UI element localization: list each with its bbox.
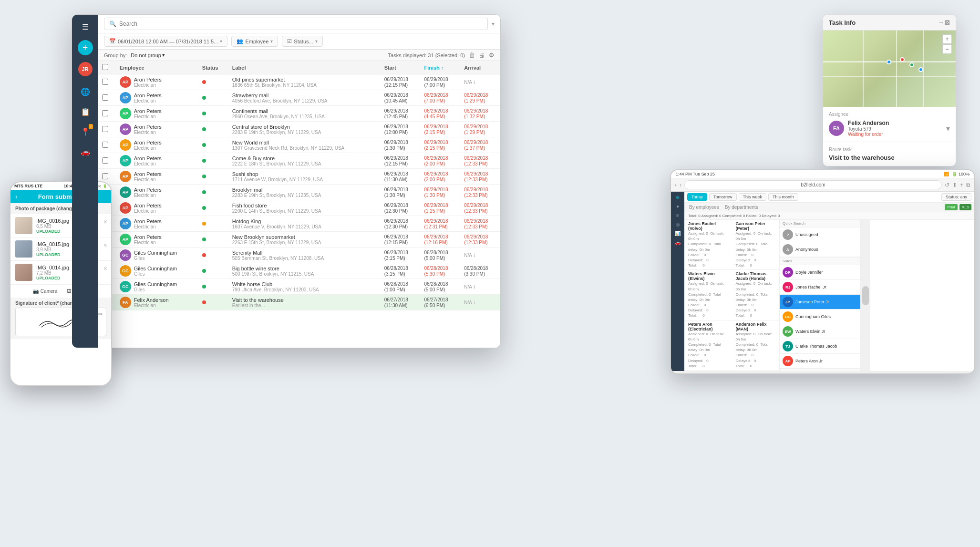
browser-forward-button[interactable]: › xyxy=(680,182,681,188)
table-row[interactable]: AP Aron Peters Electrician Sushi shop 17… xyxy=(98,169,500,185)
location-icon[interactable]: 📍 ! xyxy=(76,123,95,140)
file-thumbnail-3 xyxy=(15,264,32,281)
file-close-2[interactable]: × xyxy=(103,241,107,249)
tab-tomorrow[interactable]: Tomorrow xyxy=(709,193,737,201)
avatar-item-anonymous[interactable]: A Anonymous xyxy=(780,242,860,257)
table-row[interactable]: AP Aron Peters Electrician Hotdog King 1… xyxy=(98,216,500,232)
avatar-circle-peters: AP xyxy=(783,356,793,366)
row-checkbox[interactable] xyxy=(98,74,116,90)
search-bar[interactable]: 🔍 xyxy=(104,18,488,30)
select-all-checkbox[interactable] xyxy=(98,61,116,74)
tab-this-month[interactable]: This month xyxy=(768,193,798,201)
vehicle-icon[interactable]: 🚗 xyxy=(76,143,95,160)
user-avatar[interactable]: JR xyxy=(78,62,93,76)
assignee-expand-button[interactable]: ▾ xyxy=(946,124,950,133)
print-button[interactable]: Print xyxy=(945,204,957,210)
bookmark-icon[interactable]: + xyxy=(960,182,963,188)
xls-button[interactable]: XLS xyxy=(959,204,971,210)
tab-status[interactable]: Status: any xyxy=(941,193,971,201)
tabs-icon[interactable]: ⧉ xyxy=(966,182,970,188)
table-row[interactable]: AP Aron Peters Electrician New World mal… xyxy=(98,137,500,153)
table-row[interactable]: GC Giles Cunningham Giles Serenity Mall … xyxy=(98,248,500,263)
row-checkbox[interactable] xyxy=(98,137,116,153)
row-checkbox[interactable] xyxy=(98,122,116,137)
table-row[interactable]: GC Giles Cunningham Giles Big bottle win… xyxy=(98,263,500,279)
zoom-out-button[interactable]: − xyxy=(942,44,952,54)
browser-url-bar[interactable]: b2field.com xyxy=(684,180,942,189)
row-finish: 06/29/2018(7:00 PM) xyxy=(420,74,460,90)
tablet-map-icon[interactable]: ◎ xyxy=(676,222,680,227)
share-icon[interactable]: ⬆ xyxy=(952,182,957,188)
browser-reload-button[interactable]: ↺ xyxy=(945,182,949,188)
task-panel-close-button[interactable]: →⊠ xyxy=(938,19,950,26)
avatar-item-unassigned[interactable]: ? Unassigned xyxy=(780,227,860,242)
hamburger-icon[interactable]: ☰ xyxy=(79,20,92,34)
row-checkbox[interactable] xyxy=(98,90,116,106)
tablet-chart-icon[interactable]: 📊 xyxy=(675,231,681,236)
settings-icon[interactable]: ⚙ xyxy=(489,52,495,59)
tablet-car-icon[interactable]: 🚗 xyxy=(675,240,681,245)
tasks-icon[interactable]: 📋 xyxy=(76,103,95,120)
table-row[interactable]: AP Aron Peters Electrician Continents ma… xyxy=(98,106,500,122)
add-button[interactable]: + xyxy=(78,40,93,55)
search-input[interactable] xyxy=(119,21,483,27)
delivery-label: Delivery xyxy=(780,369,860,371)
employee-avatar: AP xyxy=(120,124,131,135)
signature-edit-icon[interactable]: ✏ xyxy=(98,311,103,318)
phone-back-button[interactable]: ‹ xyxy=(15,193,18,200)
table-row[interactable]: AP Aron Peters Electrician Strawberry ma… xyxy=(98,90,500,106)
table-row[interactable]: AP Aron Peters Electrician New Brooklyn … xyxy=(98,232,500,248)
table-row[interactable]: AP Aron Peters Electrician Brooklyn mall… xyxy=(98,185,500,200)
tab-today[interactable]: Today xyxy=(687,193,707,201)
by-employees-button[interactable]: By employees xyxy=(687,204,721,211)
employee-filter[interactable]: 👥 Employee ▾ xyxy=(231,36,278,47)
avatar-item-doyle[interactable]: DR Doyle Jennifer xyxy=(780,265,860,280)
table-row[interactable]: GC Giles Cunningham Giles White horse Cl… xyxy=(98,279,500,295)
zoom-in-button[interactable]: + xyxy=(942,34,952,44)
employee-avatar: GC xyxy=(120,265,131,277)
camera-button[interactable]: 📷 Camera xyxy=(33,289,58,294)
arrival-column-header[interactable]: Arrival xyxy=(460,61,500,74)
file-close-3[interactable]: × xyxy=(103,265,107,272)
file-close-1[interactable]: × xyxy=(103,218,107,226)
row-start: 06/28/2018 (3:15 PM) xyxy=(381,248,421,263)
table-row[interactable]: AP Aron Peters Electrician Old pines sup… xyxy=(98,74,500,90)
status-column-header[interactable]: Status xyxy=(198,61,228,74)
delete-icon[interactable]: 🗑 xyxy=(469,52,475,59)
by-departments-button[interactable]: By departments xyxy=(723,204,760,211)
table-row[interactable]: AP Aron Peters Electrician Fish food sto… xyxy=(98,200,500,216)
tablet-home-icon[interactable]: ⊕ xyxy=(676,195,680,200)
task-panel-title: Task Info xyxy=(829,19,856,26)
tablet-globe-icon[interactable]: ● xyxy=(676,204,679,209)
employee-column-header[interactable]: Employee xyxy=(116,61,198,74)
avatar-item-peters[interactable]: AP Peters Aron Jr xyxy=(780,354,860,369)
start-column-header[interactable]: Start xyxy=(381,61,421,74)
avatar-item-jones[interactable]: RJ Jones Rachel Jr xyxy=(780,280,860,295)
table-row[interactable]: FA Felix Anderson Electrician Visit to t… xyxy=(98,295,500,310)
avatar-item-clarke[interactable]: TJ Clarke Thomas Jacob xyxy=(780,339,860,354)
finish-column-header[interactable]: Finish ↑ xyxy=(420,61,460,74)
table-row[interactable]: AP Aron Peters Electrician Central store… xyxy=(98,122,500,137)
date-filter[interactable]: 📅 06/01/2018 12:00 AM — 07/31/2018 11:5.… xyxy=(104,36,227,47)
expand-icon[interactable]: ▾ xyxy=(492,21,495,27)
tablet-avatar-list: Quick Search ? Unassigned A Anonymous Sa… xyxy=(780,220,861,371)
avatar-item-jameson[interactable]: JP Jameson Peter Jr xyxy=(780,295,860,310)
label-column-header[interactable]: Label xyxy=(228,61,381,74)
table-row[interactable]: AP Aron Peters Electrician Come & Buy st… xyxy=(98,153,500,169)
avatar-item-waters[interactable]: EW Waters Elwin Jr xyxy=(780,324,860,339)
globe-icon[interactable]: 🌐 xyxy=(76,83,95,100)
groupby-value[interactable]: Do not group ▾ xyxy=(131,52,165,58)
avatar-item-cunningham[interactable]: GC Cunningham Giles xyxy=(780,310,860,324)
row-arrival: 06/29/2018(12:33 PM) xyxy=(460,185,500,200)
row-employee: GC Giles Cunningham Giles xyxy=(116,279,198,295)
status-filter[interactable]: ☑ Status... ▾ xyxy=(282,36,322,47)
row-start: 06/29/2018 (12:45 PM) xyxy=(381,106,421,122)
row-label: Big bottle wine store 500 19th St, Brook… xyxy=(228,263,381,279)
tab-this-week[interactable]: This week xyxy=(739,193,767,201)
row-checkbox[interactable] xyxy=(98,106,116,122)
row-checkbox[interactable] xyxy=(98,153,116,169)
tablet-list-icon[interactable]: ≡ xyxy=(676,213,679,218)
browser-back-button[interactable]: ‹ xyxy=(675,182,677,188)
route-task-label: Route task xyxy=(829,147,950,152)
print-icon[interactable]: 🖨 xyxy=(479,52,485,59)
